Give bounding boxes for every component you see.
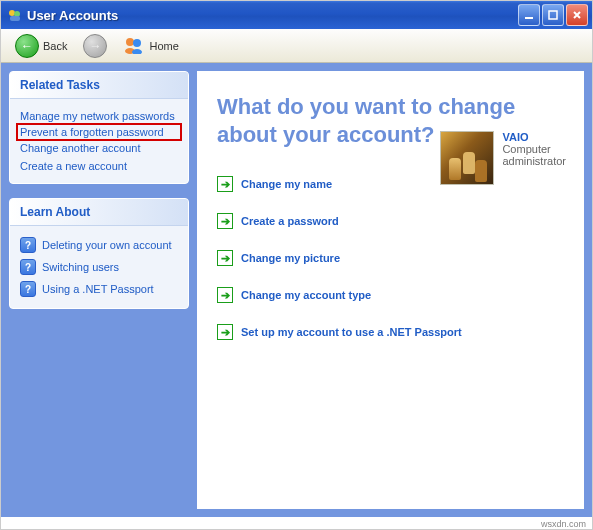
related-tasks-panel: Related Tasks Manage my network password… [9,71,189,184]
arrow-icon: ➔ [217,287,233,303]
window-title: User Accounts [27,8,518,23]
action-change-picture[interactable]: ➔Change my picture [217,250,564,266]
app-icon [7,7,23,23]
help-icon: ? [20,237,36,253]
learn-passport[interactable]: ?Using a .NET Passport [20,278,178,300]
svg-point-5 [126,38,134,46]
users-icon [123,36,145,56]
help-icon: ? [20,281,36,297]
user-role-line1: Computer [502,143,566,155]
back-arrow-icon: ← [15,34,39,58]
minimize-button[interactable] [518,4,540,26]
svg-rect-2 [10,16,20,21]
learn-switching[interactable]: ?Switching users [20,256,178,278]
svg-point-6 [133,39,141,47]
task-change-another[interactable]: Change another account [20,139,178,157]
titlebar: User Accounts [1,1,592,29]
related-tasks-heading: Related Tasks [10,72,188,99]
action-change-type[interactable]: ➔Change my account type [217,287,564,303]
svg-point-0 [9,10,15,16]
back-label: Back [43,40,67,52]
home-button[interactable]: Home [117,34,184,58]
footer-watermark: wsxdn.com [1,517,592,530]
task-create-account[interactable]: Create a new account [20,157,178,175]
svg-rect-4 [549,11,557,19]
help-icon: ? [20,259,36,275]
user-box: VAIO Computer administrator [440,131,566,185]
forward-button[interactable]: → [77,32,113,60]
user-role-line2: administrator [502,155,566,167]
arrow-icon: ➔ [217,324,233,340]
avatar [440,131,494,185]
toolbar: ← Back → Home [1,29,592,63]
user-name: VAIO [502,131,566,143]
main-panel: What do you want to change about your ac… [197,71,584,509]
action-setup-passport[interactable]: ➔Set up my account to use a .NET Passpor… [217,324,564,340]
learn-about-panel: Learn About ?Deleting your own account ?… [9,198,189,309]
close-button[interactable] [566,4,588,26]
action-create-password[interactable]: ➔Create a password [217,213,564,229]
content-area: Related Tasks Manage my network password… [1,63,592,517]
learn-about-heading: Learn About [10,199,188,226]
forward-arrow-icon: → [83,34,107,58]
svg-rect-3 [525,17,533,19]
back-button[interactable]: ← Back [9,32,73,60]
sidebar: Related Tasks Manage my network password… [9,71,189,509]
home-label: Home [149,40,178,52]
learn-deleting[interactable]: ?Deleting your own account [20,234,178,256]
arrow-icon: ➔ [217,250,233,266]
arrow-icon: ➔ [217,176,233,192]
maximize-button[interactable] [542,4,564,26]
arrow-icon: ➔ [217,213,233,229]
